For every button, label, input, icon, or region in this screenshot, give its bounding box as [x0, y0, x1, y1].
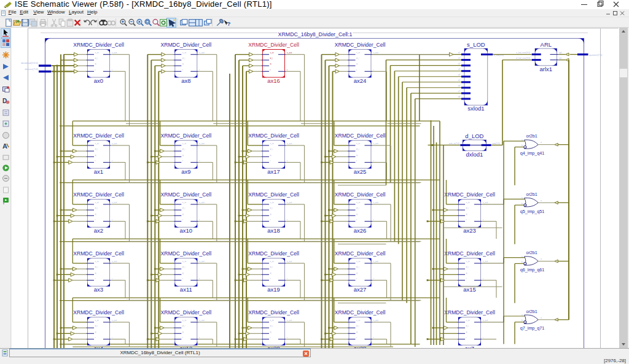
- svg-text:d_i: d_i: [95, 266, 98, 268]
- svg-text:ax2: ax2: [94, 227, 103, 234]
- svg-text:q: q: [270, 331, 272, 333]
- svg-text:q: q: [95, 63, 96, 65]
- svg-text:q: q: [466, 331, 467, 333]
- svg-text:sxlod1: sxlod1: [467, 105, 484, 112]
- svg-text:q: q: [356, 63, 357, 65]
- svg-text:XRMDC_Divider_Cell: XRMDC_Divider_Cell: [160, 192, 211, 198]
- svg-text:s_in: s_in: [466, 260, 470, 263]
- svg-text:o: o: [541, 317, 542, 319]
- svg-text:XRMDC_Divider_Cell: XRMDC_Divider_Cell: [444, 250, 495, 257]
- svg-text:ax27: ax27: [354, 286, 367, 293]
- svg-text:XRMDC_Divider_Cell: XRMDC_Divider_Cell: [73, 192, 124, 198]
- svg-text:q: q: [466, 213, 467, 215]
- svg-text:d_i: d_i: [356, 266, 359, 268]
- svg-text:s_in: s_in: [466, 201, 470, 204]
- svg-text:s_in: s_in: [95, 319, 99, 322]
- svg-text:r: r: [112, 219, 113, 221]
- svg-text:s_out: s_out: [112, 260, 117, 263]
- svg-text:b: b: [522, 261, 523, 263]
- svg-text:r: r: [483, 219, 484, 221]
- svg-text:s_in: s_in: [95, 52, 99, 54]
- svg-text:r: r: [199, 160, 200, 162]
- svg-text:dxlod1: dxlod1: [466, 151, 483, 158]
- svg-text:A: A: [2, 142, 7, 150]
- svg-text:o: o: [541, 199, 542, 202]
- svg-text:q: q: [270, 154, 272, 157]
- svg-text:o: o: [541, 258, 542, 260]
- svg-text:s_out: s_out: [199, 201, 204, 204]
- svg-text:d_i: d_i: [182, 266, 186, 268]
- svg-text:rem(7:0): rem(7:0): [492, 142, 500, 145]
- svg-text:q: q: [95, 213, 96, 215]
- svg-text:?: ?: [227, 20, 231, 27]
- svg-text:r: r: [373, 219, 375, 221]
- svg-text:r: r: [199, 277, 200, 280]
- svg-text:s6: s6: [458, 85, 460, 87]
- svg-text:d_i: d_i: [182, 325, 186, 327]
- svg-text:ax3: ax3: [94, 286, 103, 293]
- svg-text:d_i: d_i: [270, 57, 273, 60]
- svg-text:s_in: s_in: [270, 319, 274, 322]
- svg-text:divisor(7:0): divisor(7:0): [25, 68, 38, 71]
- svg-text:d_i: d_i: [466, 266, 469, 268]
- svg-text:s_out: s_out: [373, 142, 378, 145]
- svg-text:ax18: ax18: [267, 227, 280, 234]
- svg-text:r: r: [199, 219, 200, 221]
- svg-text:r: r: [287, 277, 288, 280]
- svg-text:ax25: ax25: [354, 168, 367, 175]
- svg-text:b: b: [522, 203, 523, 205]
- svg-text:s_out: s_out: [199, 142, 204, 145]
- svg-text:ax1: ax1: [94, 168, 103, 175]
- svg-text:q1: q1: [560, 57, 562, 60]
- svg-text:d_i: d_i: [466, 207, 469, 209]
- svg-text:d_i: d_i: [356, 325, 359, 327]
- svg-text:XRMDC_Divider_Cell: XRMDC_Divider_Cell: [248, 42, 299, 48]
- svg-text:XRMDC_Divider_Cell: XRMDC_Divider_Cell: [248, 133, 299, 139]
- svg-text:s_in: s_in: [182, 142, 186, 145]
- svg-text:d_i: d_i: [95, 325, 98, 327]
- svg-text:d_i: d_i: [356, 148, 359, 150]
- svg-text:d_i: d_i: [95, 207, 98, 209]
- svg-text:quotient(7:0): quotient(7:0): [589, 54, 603, 56]
- svg-text:XRMDC_Divider_Cell: XRMDC_Divider_Cell: [73, 250, 124, 257]
- svg-text:r: r: [112, 277, 113, 280]
- svg-text:or2b1: or2b1: [526, 133, 537, 139]
- svg-text:XRMDC_Divider_Cell: XRMDC_Divider_Cell: [335, 42, 386, 48]
- svg-text:d_i: d_i: [182, 207, 186, 209]
- svg-text:r: r: [112, 336, 113, 339]
- svg-text:d_i: d_i: [270, 325, 273, 327]
- svg-text:XRMDC_Divider_Cell: XRMDC_Divider_Cell: [335, 309, 386, 316]
- svg-text:b: b: [522, 144, 523, 147]
- svg-text:or2b1: or2b1: [526, 192, 537, 197]
- svg-text:q: q: [356, 154, 357, 157]
- svg-text:s2: s2: [458, 63, 460, 65]
- svg-text:ax24: ax24: [354, 77, 367, 84]
- svg-text:XRMDC_Divider_Cell: XRMDC_Divider_Cell: [73, 309, 124, 316]
- svg-text:s_out: s_out: [287, 52, 292, 54]
- svg-text:XRMDC_Divider_Cell: XRMDC_Divider_Cell: [444, 309, 495, 316]
- svg-text:q: q: [466, 272, 467, 274]
- svg-text:d_lod_rem(3:0): d_lod_rem(3:0): [516, 57, 530, 60]
- svg-text:arlx1: arlx1: [540, 66, 553, 72]
- svg-text:s_in: s_in: [270, 142, 274, 145]
- svg-text:r: r: [287, 69, 288, 71]
- svg-text:r: r: [287, 160, 288, 162]
- svg-text:r: r: [287, 219, 288, 221]
- svg-text:s_out: s_out: [373, 319, 378, 322]
- svg-text:XRMDC_Divider_Cell: XRMDC_Divider_Cell: [160, 133, 211, 139]
- svg-text:s_out: s_out: [112, 319, 117, 322]
- svg-text:ax16: ax16: [267, 77, 280, 84]
- svg-text:q: q: [182, 213, 184, 215]
- svg-text:s0: s0: [458, 52, 460, 54]
- svg-text:s_out: s_out: [287, 260, 292, 263]
- svg-text:ARL: ARL: [541, 41, 552, 48]
- svg-text:s_in: s_in: [182, 260, 186, 263]
- svg-text:XRMDC_Divider_Cell: XRMDC_Divider_Cell: [335, 133, 386, 139]
- svg-text:XRMDC_Divider_Cell: XRMDC_Divider_Cell: [444, 192, 495, 198]
- svg-text:q6_imp_q61: q6_imp_q61: [520, 267, 545, 273]
- svg-text:q: q: [182, 63, 184, 65]
- svg-text:ax8: ax8: [181, 77, 190, 84]
- svg-text:s_in: s_in: [356, 201, 360, 204]
- svg-text:XRMDC_Divider_Cell: XRMDC_Divider_Cell: [248, 192, 299, 198]
- svg-text:ax19: ax19: [267, 286, 280, 293]
